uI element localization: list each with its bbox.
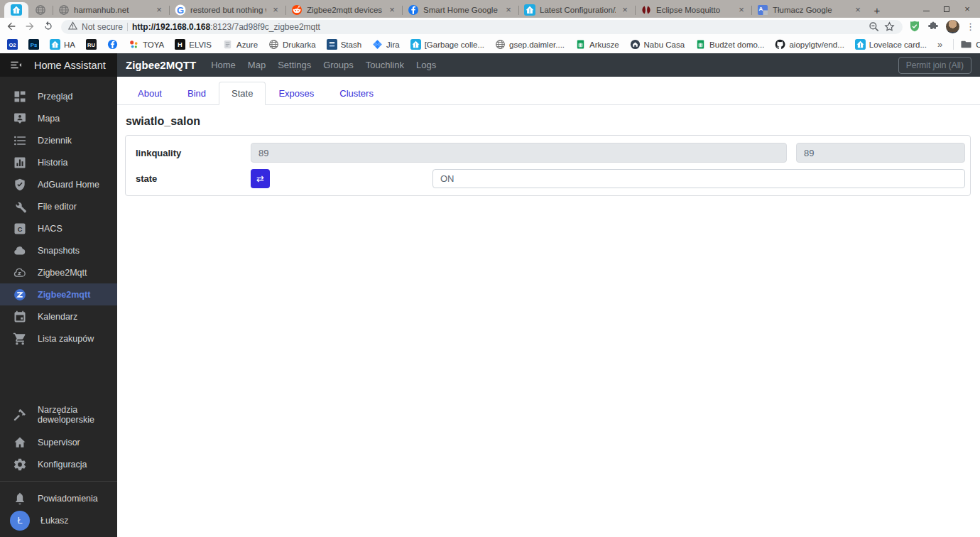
bookmarks-overflow-chevron[interactable]: » (937, 39, 942, 50)
device-name: swiatlo_salon (126, 115, 971, 128)
adguard-extension-icon[interactable] (909, 21, 921, 33)
nav-touchlink[interactable]: Touchlink (366, 60, 404, 70)
sidebar-item-mapa[interactable]: Mapa (0, 107, 117, 129)
menu-icon[interactable] (9, 58, 23, 72)
tab-tlumacz-google[interactable]: A Tłumacz Google × (752, 2, 868, 18)
tab-pinned[interactable] (28, 2, 53, 18)
bookmark-ru[interactable]: RU (86, 39, 97, 50)
sidebar-item-label: Narzędzia deweloperskie (38, 405, 99, 425)
minimize-button[interactable] (919, 2, 933, 16)
tab-smart-home[interactable]: Smart Home Google Hom × (403, 2, 518, 18)
sidebar-item-label: Kalendarz (38, 312, 77, 322)
close-window-button[interactable]: × (960, 2, 974, 16)
sidebar-item-adguard[interactable]: AdGuard Home (0, 173, 117, 195)
bookmark-toya[interactable]: TOYA (129, 39, 164, 50)
bookmark-nabu-casa[interactable]: Nabu Casa (630, 39, 685, 50)
sidebar-item-supervisor[interactable]: Supervisor (0, 431, 117, 453)
bookmark-elvis[interactable]: HELVIS (175, 39, 212, 50)
home-assistant-app: Home Assistant Przegląd Mapa Dziennik Hi… (0, 53, 980, 537)
sidebar-item-dziennik[interactable]: Dziennik (0, 129, 117, 151)
sidebar-item-zigbee2mqtt[interactable]: Zigbee2mqtt (0, 283, 117, 305)
home-assistant-favicon (11, 4, 22, 16)
linkquality-value-input-secondary (796, 143, 965, 163)
zoom-out-icon[interactable] (869, 21, 880, 33)
sidebar-item-file-editor[interactable]: File editor (0, 195, 117, 217)
sidebar-item-hacs[interactable]: CHACS (0, 217, 117, 239)
toggle-state-button[interactable]: ⇄ (251, 169, 270, 188)
close-tab-icon[interactable]: × (271, 5, 281, 15)
tab-title: Smart Home Google Hom (423, 6, 499, 14)
bookmark-ha[interactable]: HA (50, 39, 75, 50)
sidebar-item-zigbee2mqtt-cloud[interactable]: Zigbee2Mqtt (0, 261, 117, 283)
nav-settings[interactable]: Settings (278, 60, 311, 70)
forward-icon[interactable] (24, 21, 36, 33)
sidebar-item-konfiguracja[interactable]: Konfiguracja (0, 453, 117, 475)
tab-latest-configuration[interactable]: Latest Configuration/Zig × (519, 2, 635, 18)
close-tab-icon[interactable]: × (853, 5, 863, 15)
security-label[interactable]: Not secure (82, 22, 123, 32)
browser-menu-icon[interactable]: ⋮ (966, 21, 974, 32)
tab-exposes[interactable]: Exposes (266, 82, 327, 105)
other-bookmarks-label: Other bookmarks (976, 40, 980, 49)
bookmark-arkusze[interactable]: Arkusze (575, 39, 619, 50)
sidebar-item-historia[interactable]: Historia (0, 151, 117, 173)
bookmark-garbage[interactable]: [Garbage colle... (410, 39, 484, 50)
restore-button[interactable] (940, 2, 954, 16)
bookmark-budzet[interactable]: Budżet domo... (695, 39, 764, 50)
tab-pinned-active[interactable] (4, 2, 28, 18)
close-tab-icon[interactable]: × (736, 5, 746, 15)
state-value-input[interactable] (432, 169, 965, 188)
svg-text:H: H (178, 41, 183, 48)
tab-clusters[interactable]: Clusters (327, 82, 386, 105)
nav-home[interactable]: Home (211, 60, 236, 70)
extensions-puzzle-icon[interactable] (927, 21, 940, 33)
bookmark-photoshop[interactable]: Ps (28, 39, 39, 50)
sidebar-item-kalendarz[interactable]: Kalendarz (0, 305, 117, 327)
close-tab-icon[interactable]: × (620, 5, 630, 15)
bookmark-azure[interactable]: Azure (222, 39, 258, 50)
bookmark-o2[interactable]: O2 (7, 39, 18, 50)
tab-title: harmanhub.net (74, 6, 150, 14)
bookmark-jira[interactable]: Jira (372, 39, 400, 50)
sidebar-item-label: Historia (38, 158, 67, 168)
bookmark-drukarka[interactable]: Drukarka (268, 39, 316, 50)
bookmark-star-icon[interactable] (884, 21, 895, 33)
tab-bind[interactable]: Bind (175, 82, 219, 105)
supervisor-home-icon (13, 435, 27, 450)
close-tab-icon[interactable]: × (503, 5, 513, 15)
sidebar-item-lista-zakupow[interactable]: Lista zakupów (0, 327, 117, 349)
tab-zigbee-devices[interactable]: Zigbee2mqtt devices wor × (286, 2, 402, 18)
nav-groups[interactable]: Groups (323, 60, 354, 70)
not-secure-warning-icon[interactable] (68, 21, 77, 32)
sidebar-item-dev-tools[interactable]: Narzędzia deweloperskie (0, 398, 117, 431)
reload-icon[interactable] (43, 21, 55, 33)
tab-title: restored but nothing wor (190, 6, 266, 14)
close-tab-icon[interactable]: × (387, 5, 397, 15)
tab-harmanhub[interactable]: harmanhub.net × (53, 2, 169, 18)
new-tab-button[interactable]: + (868, 2, 886, 18)
tab-state[interactable]: State (219, 82, 266, 105)
bookmark-aiopylgtv[interactable]: aiopylgtv/end... (775, 39, 844, 50)
permit-join-button[interactable]: Permit join (All) (898, 57, 971, 74)
sidebar-item-user[interactable]: ŁŁukasz (0, 509, 117, 531)
address-bar[interactable]: Not secure http://192.168.0.168:8123/7ad… (61, 20, 903, 34)
profile-avatar[interactable] (946, 20, 959, 33)
bookmark-stash[interactable]: Stash (327, 39, 361, 50)
close-tab-icon[interactable]: × (154, 5, 164, 15)
back-icon[interactable] (6, 21, 18, 33)
tab-restored[interactable]: G restored but nothing wor × (170, 2, 285, 18)
bookmark-gsep[interactable]: gsep.daimler.... (495, 39, 565, 50)
sidebar-item-powiadomienia[interactable]: Powiadomienia (0, 487, 117, 509)
sidebar-item-snapshots[interactable]: Snapshots (0, 239, 117, 261)
tab-about[interactable]: About (125, 82, 175, 105)
other-bookmarks-button[interactable]: Other bookmarks (953, 39, 980, 50)
sidebar-divider (0, 481, 117, 482)
url-text[interactable]: http://192.168.0.168:8123/7ad98f9c_zigbe… (132, 22, 864, 32)
nav-map[interactable]: Map (248, 60, 266, 70)
bookmark-facebook[interactable] (107, 39, 118, 50)
nav-logs[interactable]: Logs (416, 60, 436, 70)
tab-eclipse-mosquitto[interactable]: Eclipse Mosquitto × (636, 2, 751, 18)
sidebar-item-przeglad[interactable]: Przegląd (0, 85, 117, 107)
bookmark-label: ELVIS (189, 40, 212, 49)
bookmark-lovelace[interactable]: Lovelace card... (855, 39, 927, 50)
